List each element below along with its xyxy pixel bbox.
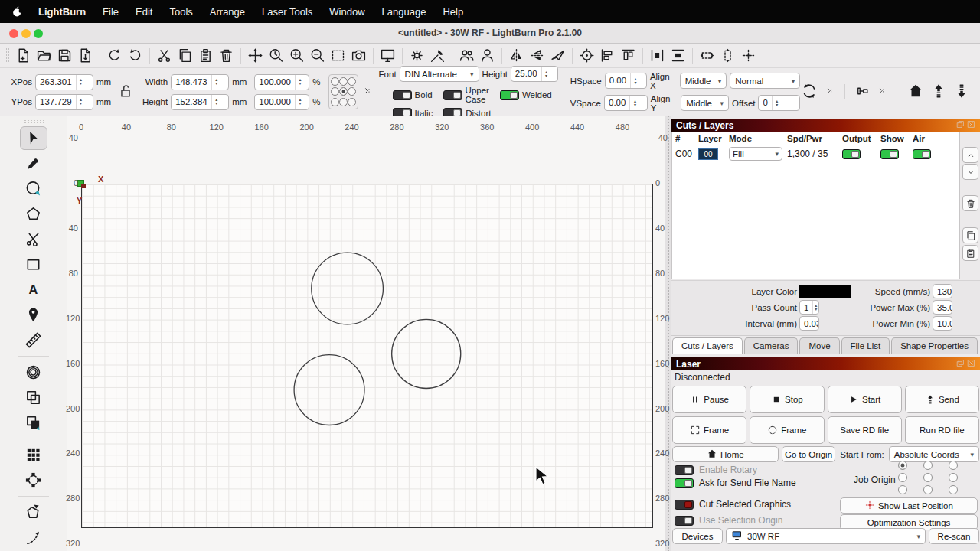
menu-item-help[interactable]: Help: [434, 6, 472, 18]
anchor-dot-0[interactable]: [331, 77, 339, 86]
zoom-in-button[interactable]: [286, 46, 307, 66]
job-origin-radio-2[interactable]: [949, 461, 958, 470]
tool-text-tool[interactable]: A: [20, 278, 47, 302]
save-rd-file-button[interactable]: Save RD file: [828, 416, 902, 444]
apple-menu[interactable]: [8, 5, 30, 18]
bold-toggle[interactable]: Bold: [393, 90, 433, 100]
anchor-dot-7[interactable]: [339, 98, 348, 106]
tool-boolean-difference[interactable]: [20, 411, 47, 435]
layer-mode-select[interactable]: Fill▾: [729, 147, 782, 161]
close-panel-button[interactable]: [967, 120, 975, 131]
job-origin-radio-1[interactable]: [923, 461, 933, 470]
tool-draw-lines[interactable]: [20, 152, 47, 175]
anchor-dot-3[interactable]: [331, 87, 339, 96]
close-panel-button[interactable]: [967, 359, 975, 370]
job-origin-selector[interactable]: [898, 461, 974, 497]
layer-chevron-down-button[interactable]: [962, 164, 978, 180]
layer-color-chip[interactable]: 00: [698, 148, 718, 160]
tool-edit-nodes[interactable]: [20, 227, 47, 251]
distribute-vertical-button[interactable]: [668, 46, 688, 66]
anchor-dot-8[interactable]: [348, 98, 356, 106]
power-max-field[interactable]: 35.00▴▾: [933, 300, 952, 315]
rescan-button[interactable]: Re-scan: [929, 528, 979, 544]
tool-circular-array[interactable]: [20, 468, 47, 492]
move-down-button[interactable]: [953, 83, 970, 102]
upper-case-toggle[interactable]: Upper Case: [443, 86, 489, 104]
interval-field[interactable]: 0.030▴▾: [799, 316, 819, 331]
frame-button[interactable]: Frame: [750, 416, 824, 444]
menu-item-tools[interactable]: Tools: [161, 6, 201, 18]
layer-paste-button[interactable]: [962, 245, 978, 261]
menu-item-arrange[interactable]: Arrange: [201, 6, 253, 18]
aligny-select[interactable]: Middle▾: [681, 95, 729, 111]
multi-user-button[interactable]: [456, 46, 477, 66]
alignx-select[interactable]: Middle▾: [680, 73, 727, 89]
welded-toggle[interactable]: Welded: [500, 90, 552, 100]
expand-chevron[interactable]: [825, 86, 835, 98]
height-field[interactable]: 152.384▴▾: [171, 94, 229, 110]
machine-work-area[interactable]: [81, 184, 653, 528]
cut-button[interactable]: [154, 46, 175, 66]
align-edges-v-button[interactable]: [618, 46, 639, 66]
undo-button[interactable]: [104, 46, 125, 66]
focus-pointer-button[interactable]: [577, 46, 597, 66]
layer-trash-button[interactable]: [962, 195, 978, 211]
column-header-show[interactable]: Show: [877, 134, 910, 143]
zoom-previous-button[interactable]: [266, 46, 286, 66]
job-origin-radio-4[interactable]: [923, 473, 933, 482]
pass-count-field[interactable]: 1▴▾: [799, 300, 819, 315]
delete-button[interactable]: [216, 46, 237, 66]
tool-trace-image[interactable]: [20, 526, 47, 549]
start-from-select[interactable]: Absolute Coords▾: [889, 446, 979, 462]
anchor-dot-6[interactable]: [331, 98, 339, 106]
tool-offset-polygon[interactable]: [20, 500, 47, 524]
match-width-button[interactable]: [697, 46, 717, 66]
tool-boolean-union[interactable]: [20, 386, 47, 409]
vspace-field[interactable]: 0.00▴▾: [604, 95, 648, 111]
device-settings-button[interactable]: [407, 46, 427, 66]
enable-rotary-toggle[interactable]: Enable Rotary: [675, 465, 757, 475]
anchor-dot-1[interactable]: [339, 77, 348, 86]
app-menu[interactable]: LightBurn: [30, 6, 94, 18]
devices-button[interactable]: Devices: [672, 528, 723, 544]
layer-chevron-up-button[interactable]: [962, 147, 978, 163]
maximize-window-button[interactable]: [34, 29, 43, 38]
anchor-dot-2[interactable]: [348, 77, 356, 86]
tool-offset-shapes[interactable]: [20, 360, 47, 384]
menu-item-window[interactable]: Window: [321, 6, 373, 18]
start-button[interactable]: Start: [828, 386, 902, 413]
tab-shape-properties[interactable]: Shape Properties: [891, 337, 978, 354]
job-origin-radio-8[interactable]: [949, 485, 958, 494]
column-header-layer[interactable]: Layer: [695, 134, 726, 143]
tab-cameras[interactable]: Cameras: [744, 337, 799, 354]
job-origin-radio-0[interactable]: [898, 461, 907, 470]
menu-item-language[interactable]: Language: [374, 6, 435, 18]
tool-position-marker[interactable]: [20, 303, 47, 327]
speed-field[interactable]: 1300.00▴▾: [933, 284, 952, 298]
air-toggle[interactable]: [913, 149, 931, 159]
float-panel-button[interactable]: [956, 120, 965, 131]
shear-button[interactable]: [547, 46, 568, 66]
menu-item-edit[interactable]: Edit: [127, 6, 161, 18]
home-button[interactable]: Home: [672, 446, 779, 462]
open-file-button[interactable]: [34, 46, 54, 66]
float-panel-button[interactable]: [956, 359, 965, 370]
frame-selection-button[interactable]: [328, 46, 348, 66]
preview-button[interactable]: [377, 46, 398, 66]
output-toggle[interactable]: [842, 149, 861, 159]
column-header-spdpwr[interactable]: Spd/Pwr: [784, 134, 839, 143]
layer-row[interactable]: C00 00 Fill▾ 1,300 / 35: [672, 145, 959, 162]
power-min-field[interactable]: 10.00▴▾: [933, 316, 952, 331]
import-file-button[interactable]: [75, 46, 96, 66]
copy-button[interactable]: [175, 46, 195, 66]
expand-chevron[interactable]: [877, 86, 887, 98]
text-style-select[interactable]: Normal▾: [730, 73, 800, 89]
save-file-button[interactable]: [54, 46, 75, 66]
user-profile-button[interactable]: [477, 46, 498, 66]
align-edges-h-button[interactable]: [597, 46, 618, 66]
anchor-dot-4[interactable]: [339, 87, 348, 96]
hspace-field[interactable]: 0.00▴▾: [605, 73, 647, 89]
node-snap-button[interactable]: [855, 83, 871, 101]
paste-button[interactable]: [195, 46, 216, 66]
go-home-button[interactable]: [907, 83, 924, 102]
